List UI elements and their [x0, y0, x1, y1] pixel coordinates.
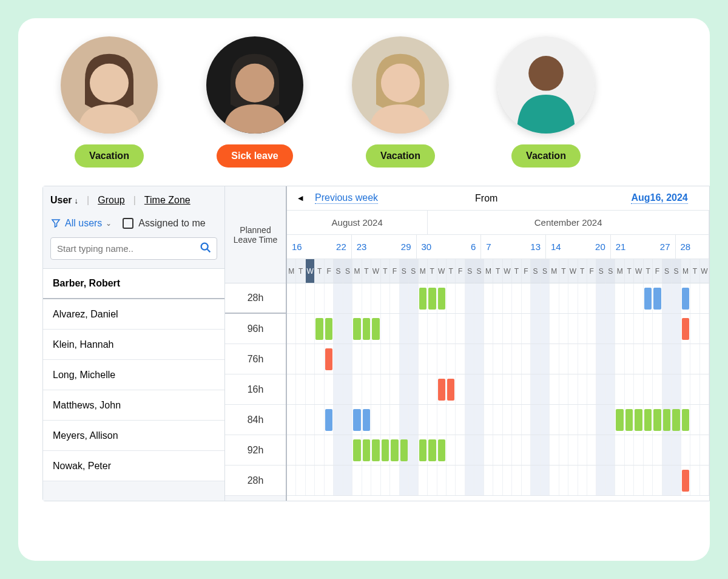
day-cell[interactable] [465, 374, 474, 404]
day-cell[interactable] [541, 405, 550, 435]
day-cell[interactable] [371, 344, 380, 374]
day-cell[interactable] [634, 344, 643, 374]
day-cell[interactable] [474, 405, 484, 435]
week-cell[interactable]: 2127 [611, 235, 676, 259]
day-cell[interactable] [568, 435, 578, 465]
day-cell[interactable] [428, 405, 437, 435]
tab-timezone[interactable]: Time Zone [144, 195, 190, 206]
day-cell[interactable] [437, 466, 447, 495]
day-cell[interactable] [296, 405, 305, 435]
day-cell[interactable] [325, 314, 334, 344]
leave-block[interactable] [325, 318, 332, 340]
leave-block[interactable] [353, 409, 360, 431]
day-cell[interactable] [306, 466, 315, 495]
day-cell[interactable] [400, 405, 409, 435]
day-cell[interactable] [352, 466, 362, 495]
day-cell[interactable] [644, 344, 653, 374]
day-cell[interactable] [690, 374, 699, 404]
day-cell[interactable] [644, 466, 653, 495]
day-cell[interactable] [578, 314, 587, 344]
day-cell[interactable] [493, 283, 502, 313]
day-cell[interactable] [512, 466, 521, 495]
day-cell[interactable] [700, 314, 709, 344]
leave-block[interactable] [315, 318, 323, 340]
day-cell[interactable] [681, 374, 690, 404]
day-cell[interactable] [681, 435, 690, 465]
day-cell[interactable] [672, 466, 681, 495]
day-cell[interactable] [352, 283, 362, 313]
day-cell[interactable] [625, 405, 634, 435]
leave-block[interactable] [382, 439, 389, 461]
day-cell[interactable] [493, 405, 502, 435]
day-cell[interactable] [606, 344, 615, 374]
day-cell[interactable] [522, 283, 531, 313]
day-cell[interactable] [531, 314, 540, 344]
user-row[interactable]: Barber, Robert [43, 269, 224, 299]
day-cell[interactable] [400, 283, 409, 313]
day-cell[interactable] [653, 283, 662, 313]
day-cell[interactable] [503, 283, 512, 313]
day-cell[interactable] [653, 435, 662, 465]
day-cell[interactable] [325, 435, 334, 465]
day-cell[interactable] [456, 435, 465, 465]
day-cell[interactable] [362, 283, 371, 313]
leave-block[interactable] [447, 379, 454, 401]
day-cell[interactable] [381, 374, 390, 404]
leave-block[interactable] [400, 439, 408, 461]
day-cell[interactable] [409, 314, 418, 344]
day-cell[interactable] [437, 344, 447, 374]
day-cell[interactable] [400, 466, 409, 495]
day-cell[interactable] [541, 314, 550, 344]
user-row[interactable]: Matthews, John [43, 390, 224, 421]
day-cell[interactable] [484, 344, 493, 374]
week-cell[interactable]: 713 [481, 235, 546, 259]
day-cell[interactable] [493, 435, 502, 465]
day-cell[interactable] [334, 405, 343, 435]
day-cell[interactable] [334, 344, 343, 374]
day-cell[interactable] [644, 405, 653, 435]
day-cell[interactable] [615, 314, 624, 344]
day-cell[interactable] [390, 405, 399, 435]
day-cell[interactable] [531, 466, 540, 495]
day-cell[interactable] [390, 374, 399, 404]
day-cell[interactable] [559, 466, 568, 495]
day-cell[interactable] [512, 344, 521, 374]
day-cell[interactable] [653, 374, 662, 404]
day-cell[interactable] [474, 344, 484, 374]
day-cell[interactable] [419, 374, 428, 404]
day-cell[interactable] [653, 344, 662, 374]
day-cell[interactable] [484, 283, 493, 313]
day-cell[interactable] [625, 344, 634, 374]
leave-block[interactable] [428, 439, 436, 461]
day-cell[interactable] [390, 435, 399, 465]
day-cell[interactable] [409, 435, 418, 465]
day-cell[interactable] [625, 435, 634, 465]
day-cell[interactable] [287, 344, 296, 374]
leave-block[interactable] [372, 439, 379, 461]
day-cell[interactable] [484, 435, 493, 465]
day-cell[interactable] [484, 405, 493, 435]
day-cell[interactable] [606, 283, 615, 313]
day-cell[interactable] [456, 374, 465, 404]
day-cell[interactable] [559, 405, 568, 435]
day-cell[interactable] [343, 374, 352, 404]
user-row[interactable]: Alvarez, Daniel [43, 299, 224, 330]
day-cell[interactable] [296, 466, 305, 495]
day-cell[interactable] [306, 435, 315, 465]
day-cell[interactable] [325, 283, 334, 313]
day-cell[interactable] [437, 314, 447, 344]
day-cell[interactable] [296, 374, 305, 404]
day-cell[interactable] [315, 466, 324, 495]
leave-block[interactable] [391, 439, 398, 461]
tab-group[interactable]: Group [98, 195, 124, 206]
leave-block[interactable] [325, 409, 332, 431]
day-cell[interactable] [428, 374, 437, 404]
avatar[interactable] [206, 36, 303, 134]
day-cell[interactable] [662, 344, 672, 374]
day-cell[interactable] [381, 314, 390, 344]
day-cell[interactable] [512, 405, 521, 435]
day-cell[interactable] [447, 405, 456, 435]
day-cell[interactable] [512, 374, 521, 404]
day-cell[interactable] [306, 374, 315, 404]
day-cell[interactable] [644, 314, 653, 344]
